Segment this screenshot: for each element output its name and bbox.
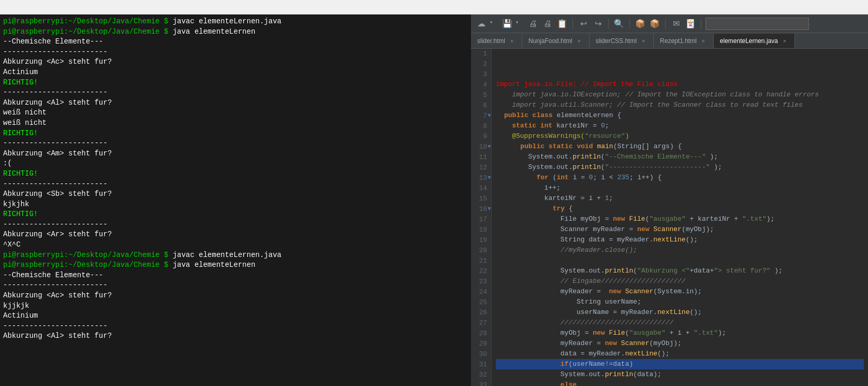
- toolbar-card-btn[interactable]: 🃏: [684, 18, 697, 30]
- code-text: (: [601, 162, 605, 173]
- code-line: i++;: [496, 183, 864, 193]
- line-number: 7: [475, 111, 487, 121]
- code-content[interactable]: import java.io.File; // Import the File …: [492, 49, 868, 386]
- line-number: 25: [475, 297, 487, 308]
- line-number: 27: [475, 318, 487, 328]
- code-area[interactable]: 1234567891011121314151617181920212223242…: [471, 49, 868, 386]
- line-number: 3: [475, 69, 487, 80]
- tab-Rezept1-html[interactable]: Rezept1.html×: [654, 34, 714, 48]
- toolbar-floppy-dropdown[interactable]: ▾: [516, 19, 525, 28]
- code-comment: //myReader.close();: [496, 245, 637, 255]
- line-number: 8: [475, 121, 487, 132]
- code-line: ▼public class elementeLernen {: [496, 110, 864, 121]
- code-text: karteiNr = i +: [496, 193, 605, 204]
- terminal-line: Abkurzung <Ac> steht fur?: [3, 291, 468, 301]
- toolbar-save-dropdown[interactable]: ▾: [490, 19, 499, 28]
- code-text: [649, 224, 653, 235]
- toolbar-redo-btn[interactable]: ↪: [592, 18, 604, 30]
- code-keyword-selected: if: [496, 359, 568, 369]
- terminal-line: RICHTIG!: [3, 78, 468, 88]
- fold-icon[interactable]: ▼: [488, 111, 491, 120]
- tab-label: Rezept1.html: [660, 37, 697, 45]
- code-method: println: [605, 369, 634, 380]
- code-keyword: new: [613, 214, 625, 224]
- code-text: ; i <: [593, 173, 617, 183]
- tab-sliderCSS-html[interactable]: sliderCSS.html×: [590, 34, 654, 48]
- toolbar-undo-btn[interactable]: ↩: [577, 18, 590, 30]
- menu-bearbeiten[interactable]: [17, 6, 21, 8]
- tab-close-btn[interactable]: ×: [508, 37, 516, 45]
- tab-NunjaFood-html[interactable]: NunjaFood.html×: [522, 34, 590, 48]
- tab-label: slider.html: [477, 37, 505, 45]
- tab-close-btn[interactable]: ×: [700, 37, 707, 45]
- fold-icon[interactable]: ▼: [488, 142, 491, 151]
- terminal-line: Abkurzung <Ar> steht fur?: [3, 230, 468, 240]
- menu-hilfe[interactable]: [41, 6, 46, 8]
- code-text: ();: [689, 307, 701, 318]
- code-line: System.out.println("--------------------…: [496, 162, 864, 173]
- code-method: main: [597, 141, 613, 152]
- code-method: File: [629, 214, 645, 224]
- code-text: [504, 204, 553, 214]
- fold-icon[interactable]: ▼: [488, 205, 491, 213]
- code-line: System.out.println(data);: [496, 369, 864, 380]
- toolbar-sep5: [701, 19, 701, 29]
- line-number: 29: [475, 339, 487, 349]
- code-comment: // Eingabe/////////////////////: [496, 276, 686, 287]
- tab-close-btn[interactable]: ×: [781, 37, 788, 45]
- code-line: myReader = new Scanner(myObj);: [496, 338, 864, 349]
- code-line: import java.io.IOException; // Import th…: [496, 90, 864, 100]
- tab-slider-html[interactable]: slider.html×: [471, 34, 522, 48]
- toolbar-search-input[interactable]: [705, 18, 809, 30]
- terminal-line: pi@raspberrypi:~/Desktop/Java/Chemie $ j…: [3, 260, 468, 270]
- code-string: "------------------------": [605, 162, 710, 173]
- tab-close-btn[interactable]: ×: [640, 37, 647, 45]
- code-line: Scanner myReader = new Scanner(myObj);: [496, 224, 864, 235]
- menubar: [0, 0, 868, 15]
- code-keyword: int: [556, 173, 568, 183]
- toolbar-floppy-btn[interactable]: 💾: [501, 18, 513, 30]
- code-text: );: [771, 266, 783, 276]
- terminal-line: kjkjhk: [3, 199, 468, 210]
- line-number: 17: [475, 215, 487, 225]
- terminal-line: Abkurzung <Al> steht fur?: [3, 98, 468, 108]
- terminal-line: pi@raspberrypi:~/Desktop/Java/Chemie $ j…: [3, 27, 468, 37]
- toolbar-print2-btn[interactable]: 🖨: [541, 18, 554, 30]
- terminal-command: java elementeLernen: [173, 261, 256, 269]
- line-number: 24: [475, 287, 487, 297]
- code-text: );: [706, 152, 718, 162]
- toolbar-print1-btn[interactable]: 🖨: [527, 18, 539, 30]
- terminal[interactable]: pi@raspberrypi:~/Desktop/Java/Chemie $ j…: [0, 15, 471, 386]
- menu-reiter[interactable]: [29, 6, 33, 8]
- line-number: 13: [475, 173, 487, 183]
- fold-icon[interactable]: ▼: [488, 174, 491, 182]
- tab-close-btn[interactable]: ×: [576, 37, 583, 45]
- menu-datei[interactable]: [4, 6, 8, 8]
- code-line: [496, 69, 864, 79]
- code-line: File myObj = new File("ausgabe" + kartei…: [496, 214, 864, 224]
- tab-elementeLernen-java[interactable]: elementeLernen.java×: [714, 34, 795, 48]
- code-text: elementeLernen {: [553, 110, 622, 121]
- code-method: nextLine: [653, 235, 685, 245]
- terminal-line: --Chemische Elemente---: [3, 37, 468, 47]
- code-line: @SuppressWarnings("resource"): [496, 131, 864, 141]
- toolbar-clip-btn[interactable]: 📋: [556, 18, 568, 30]
- code-text: myReader =: [496, 338, 605, 349]
- toolbar-send-btn[interactable]: ✉: [670, 18, 682, 30]
- terminal-command: javac elementeLernen.java: [173, 251, 282, 259]
- line-number: 12: [475, 163, 487, 173]
- code-comment: ////////////////////////////: [496, 318, 673, 328]
- code-text: System.out.: [496, 369, 605, 380]
- code-method: println: [605, 266, 634, 276]
- toolbar-pkg1-btn[interactable]: 📦: [634, 18, 646, 30]
- line-number: 23: [475, 277, 487, 287]
- code-text: (String[] args) {: [613, 141, 682, 152]
- line-number: 19: [475, 235, 487, 246]
- tab-label: sliderCSS.html: [596, 37, 637, 45]
- toolbar-search-btn[interactable]: 🔍: [613, 18, 625, 30]
- toolbar-sep4: [665, 19, 666, 29]
- code-method: nextLine: [625, 349, 657, 359]
- toolbar-pkg2-btn[interactable]: 📦: [649, 18, 661, 30]
- toolbar-save-btn[interactable]: ☁: [475, 18, 488, 30]
- code-text: myReader =: [496, 287, 609, 297]
